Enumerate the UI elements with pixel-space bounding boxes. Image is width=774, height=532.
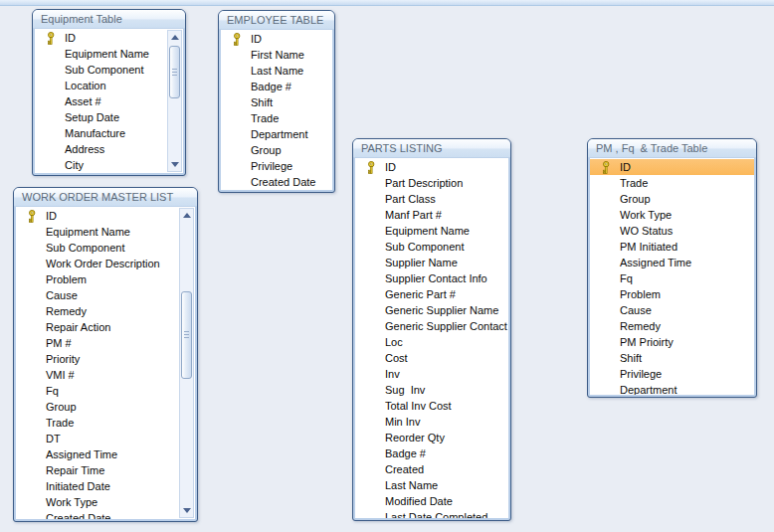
- field-row[interactable]: Work Type: [590, 207, 754, 223]
- table-titlebar[interactable]: WORK ORDER MASTER LIST: [14, 188, 197, 207]
- field-row[interactable]: Assigned Time: [590, 255, 754, 270]
- field-row[interactable]: Generic Supplier Contact: [355, 318, 508, 334]
- field-row[interactable]: Remedy: [16, 303, 195, 319]
- field-row[interactable]: Last Date Completed: [355, 509, 508, 518]
- field-row[interactable]: Shift: [221, 94, 332, 110]
- field-row[interactable]: Privilege: [221, 158, 332, 174]
- field-row[interactable]: DT: [16, 431, 195, 446]
- field-row[interactable]: Location: [35, 78, 183, 93]
- table-window-4[interactable]: PARTS LISTING ID Part Description: [352, 138, 511, 521]
- field-row[interactable]: ID: [590, 159, 754, 175]
- table-window-3[interactable]: WORK ORDER MASTER LIST ID Equipment Name: [13, 187, 198, 522]
- field-row[interactable]: Group: [590, 191, 754, 207]
- field-row[interactable]: Last Name: [355, 477, 508, 493]
- field-row[interactable]: Generic Supplier Name: [355, 302, 508, 318]
- field-row[interactable]: Fq: [590, 270, 754, 286]
- field-row[interactable]: Sug Inv: [355, 382, 508, 398]
- scrollbar-thumb[interactable]: [169, 46, 180, 98]
- field-row[interactable]: Department: [221, 126, 332, 142]
- field-row[interactable]: Sub Component: [35, 62, 183, 78]
- field-row[interactable]: Loc: [355, 334, 508, 350]
- field-row[interactable]: First Name: [221, 47, 332, 63]
- field-row[interactable]: Equipment Name: [355, 223, 508, 239]
- field-row[interactable]: Badge #: [355, 445, 508, 461]
- scroll-down-button[interactable]: [180, 504, 193, 517]
- table-title: PARTS LISTING: [353, 139, 510, 157]
- field-row[interactable]: Initiated Date: [16, 478, 195, 494]
- field-row[interactable]: Privilege: [590, 366, 754, 382]
- field-row[interactable]: Supplier Name: [355, 255, 508, 270]
- field-row[interactable]: Address: [35, 141, 183, 157]
- field-row[interactable]: PM Prioirty: [590, 334, 754, 350]
- field-row[interactable]: Assigned Time: [16, 446, 195, 462]
- field-name: Remedy: [46, 303, 87, 319]
- relationships-canvas[interactable]: Equipment Table ID Equipment Name: [0, 0, 774, 532]
- field-row[interactable]: Sub Component: [16, 240, 195, 256]
- vertical-scrollbar[interactable]: [167, 30, 182, 172]
- field-row[interactable]: VMI #: [16, 367, 195, 383]
- field-row[interactable]: Cause: [16, 287, 195, 303]
- field-row[interactable]: Shift: [590, 350, 754, 366]
- field-row[interactable]: Equipment Name: [16, 224, 195, 240]
- field-row[interactable]: Created Date: [16, 510, 195, 519]
- table-titlebar[interactable]: PM , Fq & Trade Table: [588, 139, 756, 158]
- field-row[interactable]: Manf Part #: [355, 207, 508, 223]
- field-row[interactable]: Last Name: [221, 63, 332, 79]
- vertical-scrollbar[interactable]: [179, 208, 194, 518]
- field-row[interactable]: Problem: [16, 271, 195, 287]
- field-row[interactable]: ID: [35, 30, 183, 46]
- field-row[interactable]: PM #: [16, 335, 195, 351]
- field-row[interactable]: Work Type: [16, 494, 195, 510]
- scroll-up-button[interactable]: [180, 209, 193, 222]
- field-row[interactable]: Asset #: [35, 93, 183, 109]
- table-window-2[interactable]: EMPLOYEE TABLE ID First Name: [218, 10, 335, 193]
- field-row[interactable]: Setup Date: [35, 109, 183, 125]
- field-row[interactable]: Generic Part #: [355, 286, 508, 302]
- field-row[interactable]: Trade: [590, 175, 754, 191]
- field-row[interactable]: PM Initiated: [590, 239, 754, 255]
- table-titlebar[interactable]: Equipment Table: [33, 10, 185, 29]
- table-window-1[interactable]: Equipment Table ID Equipment Name: [32, 9, 186, 176]
- field-row[interactable]: Total Inv Cost: [355, 398, 508, 414]
- field-row[interactable]: Equipment Name: [35, 46, 183, 62]
- field-row[interactable]: Group: [16, 399, 195, 415]
- field-row[interactable]: Part Class: [355, 191, 508, 207]
- field-row[interactable]: Part Description: [355, 175, 508, 191]
- table-titlebar[interactable]: PARTS LISTING: [353, 139, 510, 158]
- field-row[interactable]: Trade: [221, 110, 332, 126]
- field-row[interactable]: Repair Time: [16, 462, 195, 478]
- field-row[interactable]: Department: [590, 382, 754, 395]
- scroll-up-button[interactable]: [168, 31, 181, 44]
- field-row[interactable]: Inv: [355, 366, 508, 382]
- field-row[interactable]: Remedy: [590, 318, 754, 334]
- field-row[interactable]: Cost: [355, 350, 508, 366]
- field-row[interactable]: ID: [16, 208, 195, 224]
- field-row[interactable]: Sub Component: [355, 239, 508, 255]
- field-row[interactable]: Repair Action: [16, 319, 195, 335]
- field-name: Sub Component: [46, 240, 125, 256]
- field-row[interactable]: Supplier Contact Info: [355, 270, 508, 286]
- field-row[interactable]: Reorder Qty: [355, 430, 508, 445]
- field-row[interactable]: Problem: [590, 286, 754, 302]
- field-row[interactable]: Min Inv: [355, 414, 508, 430]
- table-titlebar[interactable]: EMPLOYEE TABLE: [219, 11, 334, 30]
- scroll-down-button[interactable]: [168, 158, 181, 171]
- field-row[interactable]: Manufacture: [35, 125, 183, 141]
- field-row[interactable]: Fq: [16, 383, 195, 399]
- field-row[interactable]: Work Order Description: [16, 256, 195, 271]
- field-name: Problem: [46, 271, 87, 287]
- field-row[interactable]: Created: [355, 461, 508, 477]
- table-window-5[interactable]: PM , Fq & Trade Table ID Trade: [587, 138, 757, 398]
- field-row[interactable]: Group: [221, 142, 332, 158]
- field-row[interactable]: ID: [355, 159, 508, 175]
- field-row[interactable]: City: [35, 157, 183, 173]
- field-row[interactable]: Modified Date: [355, 493, 508, 509]
- field-row[interactable]: ID: [221, 31, 332, 47]
- scrollbar-thumb[interactable]: [181, 291, 192, 379]
- field-row[interactable]: Priority: [16, 351, 195, 367]
- field-row[interactable]: Created Date: [221, 174, 332, 190]
- field-row[interactable]: Trade: [16, 415, 195, 431]
- field-row[interactable]: WO Status: [590, 223, 754, 239]
- field-row[interactable]: Badge #: [221, 79, 332, 94]
- field-row[interactable]: Cause: [590, 302, 754, 318]
